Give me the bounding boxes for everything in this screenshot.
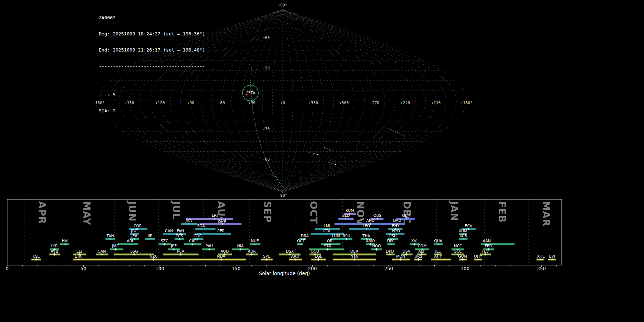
shower-code-label: FEV: [482, 249, 489, 253]
shower-code-label: PER: [218, 229, 225, 233]
shower-activity-bar: [349, 228, 379, 230]
shower-code-label: DSV: [402, 249, 411, 253]
sta-meteor-marker: [245, 93, 248, 96]
station-label: STA: [248, 91, 255, 95]
meteor-trail: [388, 128, 404, 136]
shower-code-label: OCU: [311, 249, 319, 253]
shower-code-label: CAN: [165, 229, 173, 233]
x-tick-label: 50: [80, 266, 87, 271]
observation-begin: Beg: 20251009 18:24:27 (sol = 196.36°): [99, 31, 205, 36]
shower-code-label: OER: [350, 249, 358, 253]
count-unclassified: ...: 5: [99, 92, 205, 97]
x-tick-label: 0: [6, 266, 9, 271]
shower-code-label: DSX: [286, 249, 294, 253]
x-tick-label: 300: [460, 266, 469, 271]
shower-code-label: KCG: [219, 218, 226, 223]
shower-code-label: NTA: [351, 254, 358, 258]
shower-code-label: HVI: [62, 239, 68, 243]
month-label: JAN: [449, 200, 460, 221]
count-sta: STA: 2: [99, 108, 205, 113]
shower-code-label: ARI: [127, 239, 133, 243]
shower-code-label: OCT: [297, 239, 305, 243]
info-panel: ZA0002 Beg: 20251009 18:24:27 (sol = 196…: [99, 4, 205, 119]
shower-code-label: OBS: [374, 213, 381, 218]
shower-code-label: SSG: [130, 249, 138, 253]
meteor-trail: [270, 175, 276, 177]
map-lon-label: +330: [308, 101, 318, 105]
shower-code-label: JRC: [131, 229, 137, 233]
meteor-trail: [324, 147, 332, 150]
meteor-trail-head: [404, 136, 405, 137]
shower-code-label: ELY: [76, 249, 83, 253]
shower-code-label: LYR: [51, 244, 58, 248]
shower-code-label: DKD: [386, 249, 394, 253]
shower-code-label: SZC: [161, 239, 168, 243]
meteor-trail: [328, 162, 336, 165]
map-lon-label: +240: [400, 101, 410, 105]
meteor-trail-head: [332, 150, 333, 151]
shower-code-label: COM: [418, 244, 427, 248]
shower-code-label: FED: [485, 244, 492, 248]
month-label: JUL: [171, 200, 182, 220]
shower-code-label: ECV: [465, 224, 473, 228]
shower-code-label: ORI: [327, 239, 334, 243]
month-label: FEB: [497, 201, 508, 223]
shower-code-label: AND: [366, 218, 375, 223]
shower-code-label: COR: [133, 224, 142, 228]
map-lon-label: +30: [248, 101, 255, 105]
shower-code-label: MON: [396, 254, 405, 258]
shower-code-label: PAU: [206, 244, 213, 248]
shower-code-label: THA: [362, 234, 370, 238]
shower-code-label: AUD: [220, 249, 229, 253]
shower-code-label: XVI: [411, 239, 417, 243]
shower-activity-bar: [195, 228, 216, 230]
spacer: [99, 79, 205, 81]
x-tick-label: 150: [231, 266, 240, 271]
shower-code-label: SDA: [197, 224, 205, 228]
shower-code-label: JXA: [185, 218, 192, 223]
shower-code-label: GDR: [194, 234, 202, 238]
map-lon-label: +270: [370, 101, 380, 105]
month-label: APR: [36, 201, 48, 224]
x-axis-title: Solar longitude (deg): [259, 270, 310, 276]
shower-code-label: AVB: [51, 249, 58, 253]
map-lat-label: +30: [263, 66, 270, 70]
shower-code-label: NCC: [454, 244, 462, 248]
map-lon-label: +300: [339, 101, 349, 105]
shower-code-label: LEO: [362, 224, 370, 228]
shower-activity-bar: [114, 259, 196, 260]
shower-activity-bar: [335, 223, 388, 225]
shower-code-label: GEM: [402, 213, 411, 218]
shower-code-label: KUM: [346, 208, 354, 213]
map-lat-label: -30: [263, 127, 270, 131]
shower-code-label: NZC: [150, 254, 157, 258]
shower-code-label: RPU: [343, 234, 350, 238]
shower-code-label: JEA: [131, 234, 138, 238]
shower-code-label: CAM: [98, 249, 106, 253]
separator-line: --------------------------------------: [99, 63, 205, 69]
map-lat-label: +60: [263, 35, 270, 40]
shower-code-label: JPE: [171, 244, 177, 248]
meteor-trail-head: [335, 164, 336, 165]
shower-code-label: GUM: [458, 254, 467, 258]
month-label: SEP: [262, 201, 273, 223]
shower-activity-bar: [200, 223, 241, 225]
shower-code-label: NDA: [217, 254, 226, 258]
shower-activity-bar: [73, 259, 114, 260]
meteor-trail-head: [276, 177, 277, 178]
shower-code-label: ERI: [212, 213, 218, 218]
shower-code-label: ETA: [75, 254, 82, 258]
shower-code-label: TAH: [106, 234, 114, 238]
shower-code-label: SCC: [454, 249, 462, 253]
shower-code-label: DAD: [393, 218, 401, 223]
shower-code-label: QUA: [434, 239, 443, 243]
month-label: NOV: [355, 201, 366, 226]
shower-code-label: AHY: [434, 254, 442, 258]
shower-code-label: ALY: [418, 249, 425, 253]
shower-code-label: STA: [324, 244, 331, 248]
map-meridian: [283, 10, 334, 192]
x-tick-label: 100: [155, 266, 164, 271]
shower-code-label: XUM: [459, 229, 467, 233]
map-pole-label-top: +90°: [278, 3, 288, 8]
shower-code-label: SLD: [342, 213, 350, 218]
